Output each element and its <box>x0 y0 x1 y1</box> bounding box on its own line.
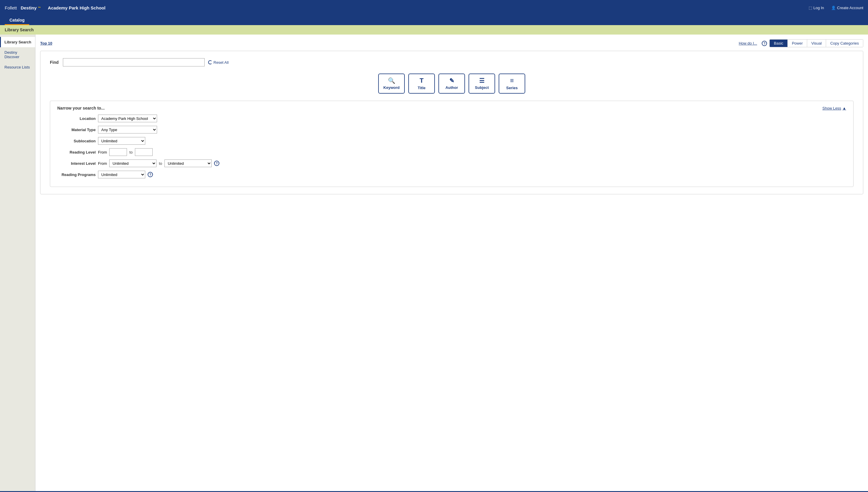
logo-destiny-text: Destiny <box>21 5 36 10</box>
interest-level-row: Interest Level From Unlimited to Unlimit… <box>57 159 846 167</box>
logo-follett-text: Follett <box>5 5 17 10</box>
create-account-link[interactable]: 👤 Create Account <box>831 6 863 10</box>
keyword-label: Keyword <box>384 85 400 90</box>
reading-programs-label: Reading Programs <box>57 172 96 177</box>
sidebar-item-destiny-discover[interactable]: Destiny Discover <box>0 47 35 62</box>
person-icon: 👤 <box>831 6 836 10</box>
title-button[interactable]: T Title <box>408 74 435 94</box>
subject-icon: ☰ <box>479 78 484 83</box>
show-less-button[interactable]: Show Less ▲ <box>822 106 846 110</box>
app-logo: Follett Destiny™ <box>5 5 41 11</box>
narrow-panel: Narrow your search to... Show Less ▲ Loc… <box>50 101 853 187</box>
secondary-bar: Library Search <box>0 25 868 34</box>
secondary-bar-label: Library Search <box>5 27 34 32</box>
interest-level-to-text: to <box>159 161 162 166</box>
find-row: Find Reset All <box>50 58 853 67</box>
catalog-bar: Catalog <box>0 15 868 25</box>
series-icon: ≡ <box>510 77 514 84</box>
how-do-i-link[interactable]: How do I... <box>739 41 757 46</box>
reading-programs-help-icon[interactable]: ? <box>148 172 153 177</box>
reading-level-from-input[interactable] <box>109 148 127 156</box>
sublocation-select[interactable]: Unlimited <box>98 137 145 145</box>
reading-level-to-input[interactable] <box>135 148 153 156</box>
interest-level-from-select[interactable]: Unlimited <box>109 159 156 167</box>
sublocation-row: Sublocation Unlimited <box>57 137 846 145</box>
location-label: Location <box>57 116 96 121</box>
narrow-header: Narrow your search to... Show Less ▲ <box>57 106 846 110</box>
series-button[interactable]: ≡ Series <box>499 74 525 94</box>
tab-power[interactable]: Power <box>788 40 807 47</box>
chevron-up-icon: ▲ <box>842 106 846 110</box>
how-do-i-help-icon[interactable]: ? <box>762 41 767 46</box>
tab-basic[interactable]: Basic <box>770 40 788 47</box>
reading-level-label: Reading Level <box>57 150 96 154</box>
tab-visual[interactable]: Visual <box>807 40 826 47</box>
material-type-label: Material Type <box>57 128 96 132</box>
keyword-icon: 🔍 <box>388 78 395 83</box>
interest-level-from-label: From <box>98 161 107 166</box>
sidebar-item-resource-lists[interactable]: Resource Lists <box>0 62 35 72</box>
interest-level-help-icon[interactable]: ? <box>214 161 219 166</box>
top-actions: ⬚ Log In 👤 Create Account <box>809 6 863 10</box>
sidebar: Library Search Destiny Discover Resource… <box>0 34 35 491</box>
find-label: Find <box>50 60 59 65</box>
subject-label: Subject <box>475 85 489 90</box>
interest-level-label: Interest Level <box>57 161 96 166</box>
school-name: Academy Park High School <box>48 5 809 10</box>
reading-programs-row: Reading Programs Unlimited ? <box>57 171 846 178</box>
reading-level-from-label: From <box>98 150 107 154</box>
material-type-select[interactable]: Any Type <box>98 126 157 133</box>
search-input[interactable] <box>63 58 205 67</box>
content-area: Top 10 How do I... ? Basic Power Visual … <box>35 34 868 491</box>
log-in-link[interactable]: ⬚ Log In <box>809 6 824 10</box>
top10-link[interactable]: Top 10 <box>40 41 52 46</box>
narrow-title: Narrow your search to... <box>57 106 104 110</box>
reading-programs-select[interactable]: Unlimited <box>98 171 145 178</box>
top-bar: Follett Destiny™ Academy Park High Schoo… <box>0 0 868 15</box>
sidebar-item-library-search[interactable]: Library Search <box>0 37 35 47</box>
catalog-tab[interactable]: Catalog <box>5 15 29 25</box>
title-icon: T <box>419 77 424 84</box>
right-controls: How do I... ? Basic Power Visual Copy Ca… <box>739 39 863 47</box>
reading-level-to-text: to <box>129 150 132 154</box>
reset-all-button[interactable]: Reset All <box>208 60 229 65</box>
author-label: Author <box>445 85 458 90</box>
location-row: Location Academy Park High School <box>57 115 846 122</box>
tab-copy-categories[interactable]: Copy Categories <box>826 40 863 47</box>
create-account-label: Create Account <box>837 6 863 10</box>
show-less-label: Show Less <box>822 106 841 110</box>
title-label: Title <box>418 85 426 90</box>
keyword-button[interactable]: 🔍 Keyword <box>378 74 405 94</box>
subject-button[interactable]: ☰ Subject <box>468 74 495 94</box>
search-tabs: Basic Power Visual Copy Categories <box>769 39 863 47</box>
reset-icon <box>208 60 212 65</box>
sublocation-label: Sublocation <box>57 139 96 143</box>
author-icon: ✎ <box>449 78 454 83</box>
interest-level-to-select[interactable]: Unlimited <box>164 159 212 167</box>
series-label: Series <box>506 85 517 90</box>
location-select[interactable]: Academy Park High School <box>98 115 157 122</box>
reset-all-label: Reset All <box>213 60 229 65</box>
search-card: Find Reset All 🔍 Keyword T Title ✎ <box>40 51 863 194</box>
main-layout: Library Search Destiny Discover Resource… <box>0 34 868 491</box>
author-button[interactable]: ✎ Author <box>438 74 465 94</box>
log-in-icon: ⬚ <box>809 6 812 10</box>
reading-level-row: Reading Level From to <box>57 148 846 156</box>
search-type-buttons: 🔍 Keyword T Title ✎ Author ☰ Subject ≡ <box>50 74 853 94</box>
content-top-row: Top 10 How do I... ? Basic Power Visual … <box>40 39 863 47</box>
logo-star: ™ <box>38 6 41 9</box>
log-in-label: Log In <box>813 6 824 10</box>
material-type-row: Material Type Any Type <box>57 126 846 133</box>
